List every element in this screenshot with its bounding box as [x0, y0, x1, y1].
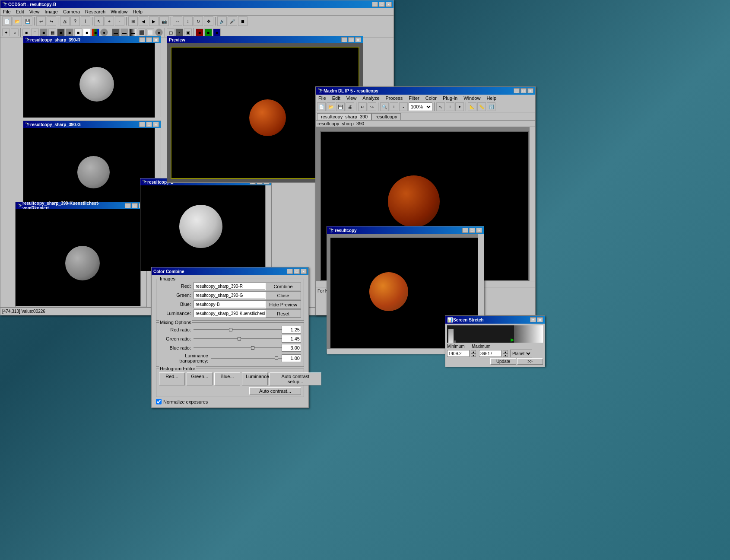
m-zoomin[interactable]: + [390, 102, 398, 111]
maxim-close[interactable]: × [527, 88, 533, 93]
reset-btn[interactable]: Reset [265, 310, 301, 318]
maxim-menu-plugin[interactable]: Plug-in [441, 95, 459, 101]
tb-redo[interactable]: ↪ [47, 16, 56, 26]
rc-max[interactable]: □ [469, 228, 475, 233]
combine-btn[interactable]: Combine [265, 283, 301, 290]
tb-col1[interactable]: ■ [57, 29, 65, 36]
stretch-update-btn[interactable]: Update [490, 358, 516, 365]
menu-view[interactable]: View [28, 9, 41, 15]
tb-rotate[interactable]: ↻ [194, 16, 203, 26]
tb-camera[interactable]: 📷 [159, 16, 169, 26]
tb-r3[interactable]: ■ [213, 29, 221, 36]
tb-about[interactable]: i [81, 16, 90, 26]
cc-blue-thumb[interactable] [251, 346, 254, 350]
cc-green-val[interactable]: 1.45 [282, 335, 301, 343]
maxim-menu-help[interactable]: Help [485, 95, 498, 101]
menu-image[interactable]: Image [43, 9, 60, 15]
tb-col6[interactable]: ● [100, 29, 108, 36]
maxim-scrollv[interactable] [529, 127, 535, 287]
tb-r2[interactable]: ■ [204, 29, 212, 36]
stretch-max-spin[interactable]: ▲ ▼ [503, 350, 508, 357]
m-tb10[interactable]: 📐 [468, 102, 476, 111]
tb-frame3[interactable]: ▣ [184, 29, 192, 36]
tb-circle[interactable]: ○ [11, 29, 19, 36]
g-controls[interactable]: _ □ × [139, 122, 159, 127]
g-max[interactable]: □ [146, 122, 152, 127]
menu-research[interactable]: Research [83, 9, 107, 15]
menu-help[interactable]: Help [131, 9, 144, 15]
stretch-min-up[interactable]: ▲ [471, 350, 476, 353]
m-tb1[interactable]: 📄 [317, 102, 326, 111]
m-tb8[interactable]: + [446, 102, 454, 111]
close-btn[interactable]: × [386, 2, 392, 7]
cc-green-thumb[interactable] [238, 337, 241, 340]
r-scrollv[interactable] [155, 43, 161, 118]
tb-star[interactable]: ✦ [2, 29, 10, 36]
tb-col4[interactable]: ■ [83, 29, 91, 36]
menu-edit[interactable]: Edit [14, 9, 26, 15]
m-tb7[interactable]: ↖ [436, 102, 445, 111]
tb-mic[interactable]: 🎤 [228, 16, 237, 26]
stretch-max-up[interactable]: ▲ [503, 350, 508, 353]
hist-green-btn[interactable]: Green... [187, 372, 213, 385]
tb-undo[interactable]: ↩ [36, 16, 46, 26]
preview-controls[interactable]: _ □ × [341, 37, 361, 42]
stretch-min-val[interactable]: 1409.2 [447, 350, 470, 357]
hide-preview-btn[interactable]: Hide Preview [265, 301, 301, 309]
tb-zoom-out[interactable]: - [115, 16, 124, 26]
cc-controls[interactable]: _ □ × [287, 269, 307, 274]
m-tb2[interactable]: 📂 [327, 102, 335, 111]
tb-b4[interactable]: ⬛ [138, 29, 146, 36]
tb-flip-v[interactable]: ↕ [183, 16, 193, 26]
tb-sq4[interactable]: ▦ [48, 29, 56, 36]
maxim-menu-window[interactable]: Window [462, 95, 482, 101]
hist-red-btn[interactable]: Red... [159, 372, 185, 385]
maximize-btn[interactable]: □ [379, 2, 385, 7]
menu-camera[interactable]: Camera [61, 9, 82, 15]
b-scrollv[interactable] [265, 185, 271, 271]
maxim-menu-process[interactable]: Process [384, 95, 405, 101]
auto-contrast-setup-btn[interactable]: Auto contrast setup... [270, 372, 321, 385]
stretch-preset[interactable]: Planet [510, 350, 532, 357]
tb-prev[interactable]: ◀ [139, 16, 148, 26]
tb-open[interactable]: 📂 [13, 16, 22, 26]
m-tb6[interactable]: ↪ [368, 102, 376, 111]
k-max[interactable]: □ [132, 203, 138, 208]
tb-sq1[interactable]: ■ [22, 29, 30, 36]
cc-green-slider[interactable] [194, 336, 282, 342]
preview-min[interactable]: _ [341, 37, 347, 42]
tb-col3[interactable]: ■ [74, 29, 82, 36]
maxim-max[interactable]: □ [521, 88, 527, 93]
stretch-q[interactable]: ? [530, 317, 536, 322]
g-close[interactable]: × [153, 122, 159, 127]
hist-blue-btn[interactable]: Blue... [214, 372, 240, 385]
preview-close[interactable]: × [355, 37, 361, 42]
stretch-controls[interactable]: ? × [530, 317, 543, 322]
maxim-min[interactable]: _ [514, 88, 520, 93]
tb-new[interactable]: 📄 [2, 16, 12, 26]
main-win-controls[interactable]: _ □ × [372, 2, 392, 7]
tb-b1[interactable]: ▬ [112, 29, 120, 36]
tb-b2[interactable]: ▬ [121, 29, 128, 36]
zoom-select[interactable]: 100% [409, 102, 432, 111]
tb-b3[interactable]: ▬ [129, 29, 137, 36]
cc-lum-val[interactable]: 1.00 [282, 354, 301, 362]
r-max[interactable]: □ [146, 37, 152, 42]
menu-window[interactable]: Window [109, 9, 129, 15]
tb-b5[interactable]: ⬜ [146, 29, 154, 36]
tb-r1[interactable]: ■ [196, 29, 203, 36]
r-close[interactable]: × [153, 37, 159, 42]
maxim-controls[interactable]: _ □ × [514, 88, 533, 93]
tb-zoom-in[interactable]: + [105, 16, 114, 26]
rc-close[interactable]: × [476, 228, 482, 233]
m-tb5[interactable]: ↩ [358, 102, 367, 111]
tb-cursor[interactable]: ↖ [94, 16, 104, 26]
tb-grid[interactable]: ⊞ [128, 16, 138, 26]
tb-move[interactable]: ✥ [204, 16, 213, 26]
tb-print[interactable]: 🖨 [60, 16, 70, 26]
stretch-max-down[interactable]: ▼ [503, 353, 508, 357]
preview-max[interactable]: □ [348, 37, 354, 42]
tab-resultcopy[interactable]: resultcopy [371, 113, 401, 120]
m-tb11[interactable]: 📏 [477, 102, 486, 111]
cc-red-val[interactable]: 1.25 [282, 326, 301, 334]
